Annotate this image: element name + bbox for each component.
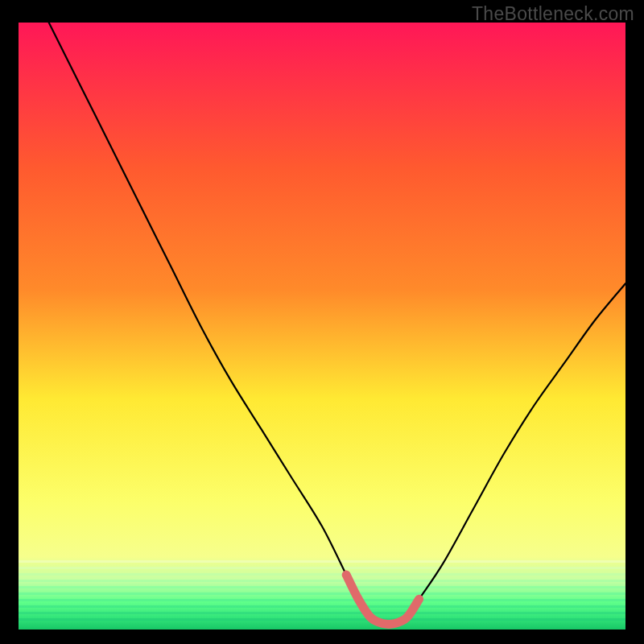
- plot-area: [19, 23, 625, 630]
- svg-rect-6: [19, 599, 625, 601]
- svg-rect-2: [19, 573, 625, 576]
- gradient-background: [19, 23, 625, 630]
- svg-rect-4: [19, 586, 625, 588]
- bottleneck-chart: [19, 23, 625, 630]
- svg-rect-8: [19, 612, 625, 614]
- svg-rect-1: [19, 567, 625, 569]
- svg-rect-7: [19, 605, 625, 608]
- svg-rect-9: [19, 618, 625, 621]
- chart-frame: TheBottleneck.com: [0, 0, 644, 644]
- watermark-text: TheBottleneck.com: [472, 3, 634, 25]
- svg-rect-3: [19, 580, 625, 582]
- svg-rect-0: [19, 560, 625, 563]
- svg-rect-5: [19, 592, 625, 595]
